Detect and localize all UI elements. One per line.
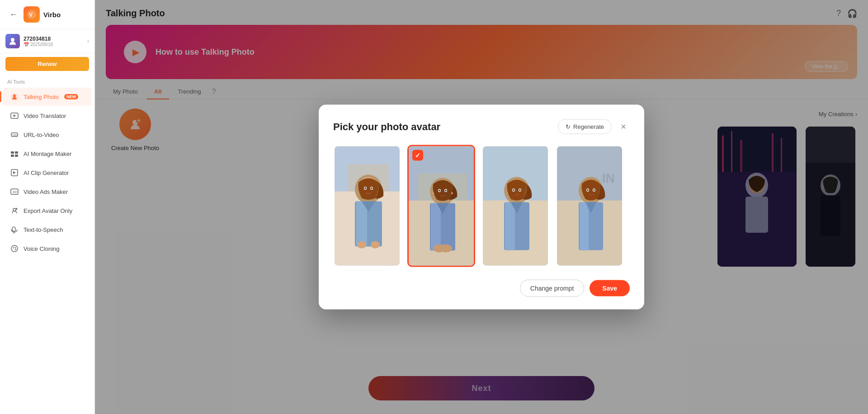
svg-point-50: [371, 241, 380, 249]
regenerate-icon: ↻: [566, 123, 571, 130]
svg-rect-43: [356, 202, 367, 247]
sidebar-item-video-ads-maker[interactable]: AD Video Ads Maker: [3, 183, 92, 201]
sidebar-item-voice-cloning[interactable]: Voice Cloning: [3, 240, 92, 258]
svg-point-4: [13, 94, 16, 97]
photo-card-2-image: [409, 146, 474, 266]
sidebar-item-url-to-video[interactable]: URL URL-to-Video: [3, 126, 92, 144]
video-translator-icon: [10, 111, 19, 120]
main-content: Talking Photo ? 🎧 ▶ How to use Talking P…: [95, 0, 868, 414]
photo-card-1[interactable]: [333, 145, 401, 267]
photo-card-1-image: [335, 146, 400, 266]
regenerate-button[interactable]: ↻ Regenerate: [558, 119, 612, 134]
photo-card-4-image: IN: [557, 146, 622, 266]
renew-button[interactable]: Renew: [5, 57, 89, 71]
voice-cloning-icon: [10, 244, 19, 253]
svg-point-49: [357, 241, 366, 249]
sidebar-item-text-to-speech[interactable]: Text-to-Speech: [3, 221, 92, 239]
logo-icon: V: [24, 6, 40, 23]
user-avatar: [5, 34, 20, 48]
calendar-icon: 📅: [24, 42, 29, 47]
sidebar-item-label-url-to-video: URL-to-Video: [24, 132, 59, 138]
pick-avatar-modal: Pick your photo avatar ↻ Regenerate ×: [319, 105, 644, 310]
ai-clip-generator-icon: [10, 168, 19, 177]
photo-grid: ✓: [333, 145, 630, 267]
sidebar-header: ← V Virbo: [0, 0, 94, 29]
svg-rect-57: [431, 203, 441, 251]
photo-card-3-image: [483, 146, 548, 266]
user-id: 272034818: [24, 36, 84, 42]
user-section: 272034818 📅 2025/09/18 ›: [0, 29, 94, 53]
svg-text:URL: URL: [12, 134, 18, 136]
user-date: 📅 2025/09/18: [24, 42, 84, 47]
back-button[interactable]: ←: [7, 8, 20, 21]
new-badge: NEW: [64, 94, 78, 99]
sidebar-item-label-voice-cloning: Voice Cloning: [24, 245, 60, 252]
user-info: 272034818 📅 2025/09/18: [24, 36, 84, 47]
sidebar-item-label-video-translator: Video Translator: [24, 113, 66, 119]
svg-point-66: [439, 245, 452, 253]
svg-point-64: [451, 193, 453, 194]
svg-point-77: [519, 189, 521, 191]
save-button[interactable]: Save: [590, 280, 630, 296]
ai-tools-section-label: AI Tools: [0, 75, 94, 87]
sidebar-item-video-translator[interactable]: Video Translator: [3, 107, 92, 125]
text-to-speech-icon: [10, 225, 19, 234]
svg-point-89: [594, 189, 595, 191]
svg-point-76: [513, 189, 514, 191]
user-expand-icon[interactable]: ›: [87, 38, 89, 44]
svg-point-2: [11, 38, 14, 42]
svg-rect-8: [11, 151, 14, 154]
modal-title: Pick your photo avatar: [333, 121, 440, 132]
sidebar-item-ai-clip-generator[interactable]: AI Clip Generator: [3, 164, 92, 182]
sidebar-item-ai-montage-maker[interactable]: AI Montage Maker: [3, 145, 92, 163]
modal-footer: Change prompt Save: [333, 280, 630, 297]
photo-card-2[interactable]: ✓: [407, 145, 475, 267]
modal-header: Pick your photo avatar ↻ Regenerate ×: [333, 119, 630, 134]
svg-rect-11: [15, 155, 18, 157]
svg-text:V: V: [29, 12, 33, 18]
sidebar-item-label-talking-photo: Talking Photo: [24, 94, 59, 100]
regenerate-label: Regenerate: [573, 123, 604, 130]
sidebar-item-label-ai-clip: AI Clip Generator: [24, 169, 69, 176]
talking-photo-icon: [10, 92, 19, 101]
sidebar: ← V Virbo 272034818 📅 2025/09/18 › Renew…: [0, 0, 95, 414]
url-to-video-icon: URL: [10, 130, 19, 139]
svg-point-18: [11, 245, 18, 252]
svg-rect-9: [15, 151, 18, 154]
svg-point-47: [365, 188, 366, 189]
svg-text:AD: AD: [13, 190, 17, 193]
sidebar-item-label-video-ads: Video Ads Maker: [24, 188, 68, 195]
sidebar-item-export-avatar[interactable]: Export Avatar Only: [3, 202, 92, 220]
svg-rect-84: [580, 202, 589, 250]
sidebar-item-label-ai-montage: AI Montage Maker: [24, 151, 71, 157]
svg-point-63: [432, 193, 434, 194]
sidebar-item-label-export-avatar: Export Avatar Only: [24, 207, 72, 214]
video-ads-maker-icon: AD: [10, 187, 19, 196]
svg-point-61: [439, 190, 440, 192]
sidebar-item-label-tts: Text-to-Speech: [24, 226, 63, 233]
svg-point-62: [445, 190, 447, 192]
photo-card-3[interactable]: [481, 145, 549, 267]
svg-point-48: [371, 188, 373, 189]
svg-text:IN: IN: [602, 171, 615, 185]
change-prompt-button[interactable]: Change prompt: [520, 280, 585, 297]
svg-rect-72: [505, 202, 515, 250]
sidebar-item-talking-photo[interactable]: Talking Photo NEW: [3, 88, 92, 106]
close-button[interactable]: ×: [617, 120, 630, 133]
svg-point-88: [587, 189, 589, 191]
check-badge: ✓: [412, 150, 423, 161]
ai-montage-maker-icon: [10, 149, 19, 158]
modal-actions: ↻ Regenerate ×: [558, 119, 630, 134]
svg-rect-10: [11, 155, 14, 157]
export-avatar-icon: [10, 206, 19, 215]
logo-text: Virbo: [43, 11, 61, 19]
svg-rect-16: [12, 227, 15, 231]
photo-card-4[interactable]: IN: [556, 145, 623, 267]
